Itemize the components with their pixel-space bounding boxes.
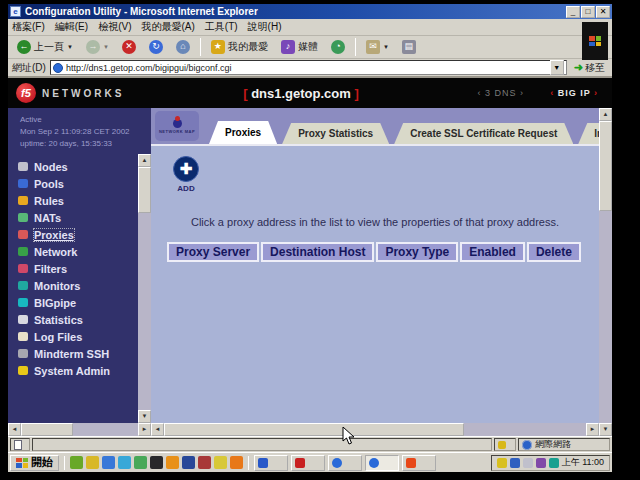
- taskbar-window-button[interactable]: [328, 455, 362, 471]
- sidebar-item-network[interactable]: Network: [18, 243, 138, 260]
- sidebar-item-filters[interactable]: Filters: [18, 260, 138, 277]
- tab-proxies[interactable]: Proxies: [209, 121, 277, 144]
- tab-proxy-statistics[interactable]: Proxy Statistics: [282, 123, 389, 144]
- quicklaunch-icon[interactable]: [198, 456, 211, 469]
- quicklaunch-icon[interactable]: [118, 456, 131, 469]
- scroll-right-icon[interactable]: ►: [138, 423, 151, 436]
- scrollbar-thumb[interactable]: [164, 423, 464, 436]
- scroll-down-icon[interactable]: ▼: [138, 410, 151, 423]
- quicklaunch-icon[interactable]: [70, 456, 83, 469]
- statistics-icon: [18, 315, 28, 324]
- header-links: ‹ 3 DNS › ‹ BIG IP ›: [478, 88, 598, 98]
- sidebar-item-statistics[interactable]: Statistics: [18, 311, 138, 328]
- column-delete: Delete: [527, 242, 581, 262]
- ie-icon: [369, 458, 379, 468]
- quicklaunch-icon[interactable]: [166, 456, 179, 469]
- taskbar-window-button[interactable]: [402, 455, 436, 471]
- history-icon: ◔: [331, 40, 345, 54]
- status-datetime: Mon Sep 2 11:09:28 CET 2002: [20, 126, 147, 138]
- quicklaunch-icon[interactable]: [150, 456, 163, 469]
- media-button[interactable]: ♪ 媒體: [276, 38, 323, 56]
- content-vertical-scrollbar[interactable]: ▲ ▼: [599, 108, 612, 436]
- taskbar-window-button-active[interactable]: [365, 455, 399, 471]
- tab-create-ssl-certificate-request[interactable]: Create SSL Certificate Request: [394, 123, 573, 144]
- sidebar-vertical-scrollbar[interactable]: ▲ ▼: [138, 154, 151, 423]
- sidebar-item-mindterm-ssh[interactable]: Mindterm SSH: [18, 345, 138, 362]
- status-state: Active: [20, 114, 147, 126]
- maximize-button[interactable]: □: [581, 6, 595, 18]
- taskbar-window-button[interactable]: [291, 455, 325, 471]
- quicklaunch-icon[interactable]: [134, 456, 147, 469]
- taskbar: 開始 上午 11:00: [8, 452, 612, 472]
- network-map-button[interactable]: NETWORK MAP: [155, 111, 199, 141]
- stop-button[interactable]: ✕: [117, 38, 141, 56]
- tray-icon[interactable]: [549, 458, 559, 468]
- tray-icon[interactable]: [497, 458, 507, 468]
- address-dropdown-icon[interactable]: ▼: [550, 60, 564, 75]
- scrollbar-thumb[interactable]: [138, 167, 151, 213]
- refresh-button[interactable]: ↻: [144, 38, 168, 56]
- history-button[interactable]: ◔: [326, 38, 350, 56]
- start-button[interactable]: 開始: [10, 455, 59, 471]
- content-horizontal-scrollbar[interactable]: ◄ ►: [151, 423, 599, 436]
- sidebar-item-log-files[interactable]: Log Files: [18, 328, 138, 345]
- tray-icon[interactable]: [523, 458, 533, 468]
- status-doc-panel: [10, 438, 30, 451]
- quicklaunch-icon[interactable]: [182, 456, 195, 469]
- sidebar-item-pools[interactable]: Pools: [18, 175, 138, 192]
- quicklaunch-icon[interactable]: [86, 456, 99, 469]
- print-button[interactable]: ▤: [397, 38, 421, 56]
- f5-logo-icon: f5: [16, 83, 36, 103]
- toolbar-separator: [200, 38, 201, 56]
- close-button[interactable]: ✕: [596, 6, 610, 18]
- scroll-up-icon[interactable]: ▲: [599, 108, 612, 121]
- ie-window: e Configuration Utility - Microsoft Inte…: [8, 4, 612, 472]
- menu-tools[interactable]: 工具(T): [205, 20, 238, 34]
- back-button[interactable]: ← 上一頁 ▼: [12, 38, 78, 56]
- sidebar-item-nodes[interactable]: Nodes: [18, 158, 138, 175]
- menu-help[interactable]: 說明(H): [248, 20, 282, 34]
- menu-favorites[interactable]: 我的最愛(A): [141, 20, 194, 34]
- sidebar-item-nats[interactable]: NATs: [18, 209, 138, 226]
- status-zone-panel: 網際網路: [518, 438, 610, 451]
- sidebar-item-rules[interactable]: Rules: [18, 192, 138, 209]
- taskbar-window-button[interactable]: [254, 455, 288, 471]
- scroll-left-icon[interactable]: ◄: [151, 423, 164, 436]
- sidebar-item-proxies[interactable]: Proxies: [18, 226, 138, 243]
- forward-button[interactable]: → ▼: [81, 38, 114, 56]
- address-input[interactable]: [66, 63, 547, 73]
- quicklaunch-icon[interactable]: [214, 456, 227, 469]
- link-bigip[interactable]: ‹ BIG IP ›: [550, 88, 598, 98]
- mail-button[interactable]: ✉ ▼: [361, 38, 394, 56]
- go-button[interactable]: ➜ 移至: [571, 61, 608, 75]
- link-3dns[interactable]: ‹ 3 DNS ›: [478, 88, 525, 98]
- menu-file[interactable]: 檔案(F): [12, 20, 45, 34]
- quicklaunch-icon[interactable]: [230, 456, 243, 469]
- quicklaunch-icon[interactable]: [102, 456, 115, 469]
- menu-edit[interactable]: 編輯(E): [55, 20, 88, 34]
- menu-view[interactable]: 檢視(V): [98, 20, 131, 34]
- tray-icon[interactable]: [510, 458, 520, 468]
- scrollbar-thumb[interactable]: [599, 121, 612, 211]
- home-button[interactable]: ⌂: [171, 38, 195, 56]
- add-button[interactable]: ✚ ADD: [169, 156, 203, 193]
- scrollbar-thumb[interactable]: [21, 423, 73, 436]
- scroll-left-icon[interactable]: ◄: [8, 423, 21, 436]
- minimize-button[interactable]: _: [566, 6, 580, 18]
- sidebar-item-bigpipe[interactable]: BIGpipe: [18, 294, 138, 311]
- sidebar-item-monitors[interactable]: Monitors: [18, 277, 138, 294]
- home-icon: ⌂: [176, 40, 190, 54]
- scroll-up-icon[interactable]: ▲: [138, 154, 151, 167]
- sidebar-item-system-admin[interactable]: System Admin: [18, 362, 138, 379]
- tray-icon[interactable]: [536, 458, 546, 468]
- status-lock-panel: [494, 438, 516, 451]
- scroll-down-icon[interactable]: ▼: [599, 423, 612, 436]
- tab-install-ssl-certificate[interactable]: Install SSL Certif: [578, 123, 599, 144]
- favorites-icon: ★: [211, 40, 225, 54]
- monitors-icon: [18, 281, 28, 290]
- app-icon: [295, 458, 305, 468]
- favorites-button[interactable]: ★ 我的最愛: [206, 38, 273, 56]
- scroll-right-icon[interactable]: ►: [586, 423, 599, 436]
- content-frame: NETWORK MAP Proxies Proxy Statistics Cre…: [151, 108, 612, 436]
- sidebar-horizontal-scrollbar[interactable]: ◄ ►: [8, 423, 151, 436]
